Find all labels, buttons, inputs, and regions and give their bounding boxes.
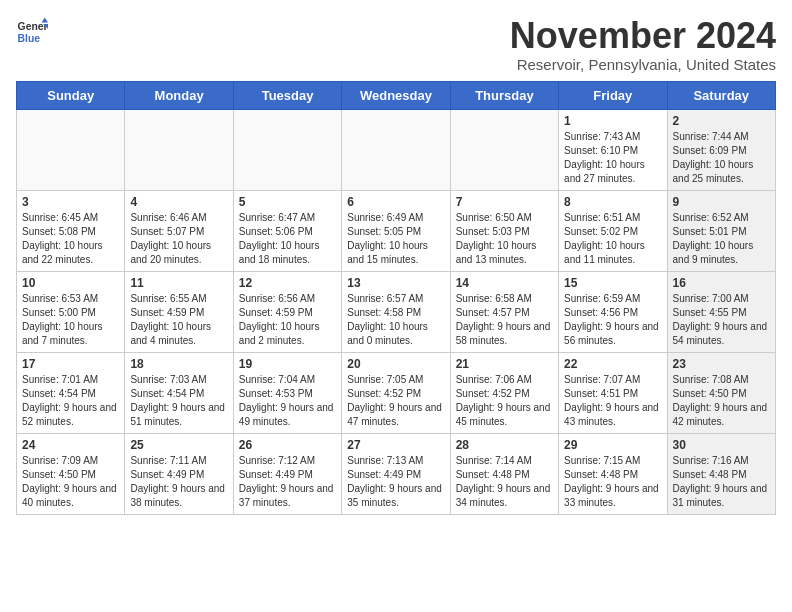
calendar-day-22: 22Sunrise: 7:07 AMSunset: 4:51 PMDayligh… — [559, 352, 667, 433]
day-info: Sunrise: 7:12 AMSunset: 4:49 PMDaylight:… — [239, 454, 336, 510]
calendar-empty-cell — [125, 109, 233, 190]
day-number: 4 — [130, 195, 227, 209]
title-block: November 2024 Reservoir, Pennsylvania, U… — [510, 16, 776, 73]
day-number: 28 — [456, 438, 553, 452]
calendar-day-21: 21Sunrise: 7:06 AMSunset: 4:52 PMDayligh… — [450, 352, 558, 433]
logo-icon: General Blue — [16, 16, 48, 48]
day-info: Sunrise: 6:56 AMSunset: 4:59 PMDaylight:… — [239, 292, 336, 348]
day-info: Sunrise: 7:06 AMSunset: 4:52 PMDaylight:… — [456, 373, 553, 429]
day-number: 25 — [130, 438, 227, 452]
day-info: Sunrise: 7:11 AMSunset: 4:49 PMDaylight:… — [130, 454, 227, 510]
calendar-day-25: 25Sunrise: 7:11 AMSunset: 4:49 PMDayligh… — [125, 433, 233, 514]
calendar-day-10: 10Sunrise: 6:53 AMSunset: 5:00 PMDayligh… — [17, 271, 125, 352]
calendar-week-row: 17Sunrise: 7:01 AMSunset: 4:54 PMDayligh… — [17, 352, 776, 433]
weekday-header-wednesday: Wednesday — [342, 81, 450, 109]
calendar-day-11: 11Sunrise: 6:55 AMSunset: 4:59 PMDayligh… — [125, 271, 233, 352]
day-number: 27 — [347, 438, 444, 452]
day-info: Sunrise: 7:09 AMSunset: 4:50 PMDaylight:… — [22, 454, 119, 510]
day-info: Sunrise: 7:44 AMSunset: 6:09 PMDaylight:… — [673, 130, 770, 186]
calendar-day-18: 18Sunrise: 7:03 AMSunset: 4:54 PMDayligh… — [125, 352, 233, 433]
weekday-header-thursday: Thursday — [450, 81, 558, 109]
day-number: 8 — [564, 195, 661, 209]
day-number: 13 — [347, 276, 444, 290]
calendar-week-row: 1Sunrise: 7:43 AMSunset: 6:10 PMDaylight… — [17, 109, 776, 190]
day-number: 21 — [456, 357, 553, 371]
weekday-header-tuesday: Tuesday — [233, 81, 341, 109]
svg-marker-2 — [42, 18, 48, 23]
calendar-week-row: 24Sunrise: 7:09 AMSunset: 4:50 PMDayligh… — [17, 433, 776, 514]
day-number: 12 — [239, 276, 336, 290]
svg-text:General: General — [18, 21, 48, 32]
calendar-day-5: 5Sunrise: 6:47 AMSunset: 5:06 PMDaylight… — [233, 190, 341, 271]
day-info: Sunrise: 7:03 AMSunset: 4:54 PMDaylight:… — [130, 373, 227, 429]
calendar: SundayMondayTuesdayWednesdayThursdayFrid… — [16, 81, 776, 515]
calendar-day-19: 19Sunrise: 7:04 AMSunset: 4:53 PMDayligh… — [233, 352, 341, 433]
day-info: Sunrise: 7:07 AMSunset: 4:51 PMDaylight:… — [564, 373, 661, 429]
calendar-week-row: 3Sunrise: 6:45 AMSunset: 5:08 PMDaylight… — [17, 190, 776, 271]
day-number: 16 — [673, 276, 770, 290]
calendar-empty-cell — [233, 109, 341, 190]
day-info: Sunrise: 7:00 AMSunset: 4:55 PMDaylight:… — [673, 292, 770, 348]
day-number: 6 — [347, 195, 444, 209]
weekday-header-monday: Monday — [125, 81, 233, 109]
day-info: Sunrise: 6:47 AMSunset: 5:06 PMDaylight:… — [239, 211, 336, 267]
day-info: Sunrise: 7:13 AMSunset: 4:49 PMDaylight:… — [347, 454, 444, 510]
day-number: 1 — [564, 114, 661, 128]
day-number: 14 — [456, 276, 553, 290]
calendar-day-28: 28Sunrise: 7:14 AMSunset: 4:48 PMDayligh… — [450, 433, 558, 514]
calendar-day-15: 15Sunrise: 6:59 AMSunset: 4:56 PMDayligh… — [559, 271, 667, 352]
day-info: Sunrise: 6:51 AMSunset: 5:02 PMDaylight:… — [564, 211, 661, 267]
calendar-day-4: 4Sunrise: 6:46 AMSunset: 5:07 PMDaylight… — [125, 190, 233, 271]
day-number: 3 — [22, 195, 119, 209]
calendar-day-14: 14Sunrise: 6:58 AMSunset: 4:57 PMDayligh… — [450, 271, 558, 352]
calendar-day-20: 20Sunrise: 7:05 AMSunset: 4:52 PMDayligh… — [342, 352, 450, 433]
day-number: 15 — [564, 276, 661, 290]
calendar-day-12: 12Sunrise: 6:56 AMSunset: 4:59 PMDayligh… — [233, 271, 341, 352]
calendar-day-16: 16Sunrise: 7:00 AMSunset: 4:55 PMDayligh… — [667, 271, 775, 352]
day-info: Sunrise: 6:50 AMSunset: 5:03 PMDaylight:… — [456, 211, 553, 267]
month-title: November 2024 — [510, 16, 776, 56]
weekday-header-saturday: Saturday — [667, 81, 775, 109]
day-info: Sunrise: 6:45 AMSunset: 5:08 PMDaylight:… — [22, 211, 119, 267]
calendar-day-1: 1Sunrise: 7:43 AMSunset: 6:10 PMDaylight… — [559, 109, 667, 190]
location: Reservoir, Pennsylvania, United States — [510, 56, 776, 73]
calendar-day-30: 30Sunrise: 7:16 AMSunset: 4:48 PMDayligh… — [667, 433, 775, 514]
calendar-day-17: 17Sunrise: 7:01 AMSunset: 4:54 PMDayligh… — [17, 352, 125, 433]
day-info: Sunrise: 7:16 AMSunset: 4:48 PMDaylight:… — [673, 454, 770, 510]
calendar-day-7: 7Sunrise: 6:50 AMSunset: 5:03 PMDaylight… — [450, 190, 558, 271]
calendar-day-13: 13Sunrise: 6:57 AMSunset: 4:58 PMDayligh… — [342, 271, 450, 352]
day-number: 24 — [22, 438, 119, 452]
day-info: Sunrise: 6:59 AMSunset: 4:56 PMDaylight:… — [564, 292, 661, 348]
day-number: 29 — [564, 438, 661, 452]
day-number: 26 — [239, 438, 336, 452]
day-number: 10 — [22, 276, 119, 290]
calendar-day-24: 24Sunrise: 7:09 AMSunset: 4:50 PMDayligh… — [17, 433, 125, 514]
header: General Blue November 2024 Reservoir, Pe… — [16, 16, 776, 73]
calendar-day-8: 8Sunrise: 6:51 AMSunset: 5:02 PMDaylight… — [559, 190, 667, 271]
day-number: 9 — [673, 195, 770, 209]
day-number: 30 — [673, 438, 770, 452]
calendar-day-27: 27Sunrise: 7:13 AMSunset: 4:49 PMDayligh… — [342, 433, 450, 514]
day-info: Sunrise: 6:53 AMSunset: 5:00 PMDaylight:… — [22, 292, 119, 348]
day-info: Sunrise: 6:49 AMSunset: 5:05 PMDaylight:… — [347, 211, 444, 267]
logo: General Blue — [16, 16, 48, 48]
calendar-empty-cell — [17, 109, 125, 190]
day-number: 5 — [239, 195, 336, 209]
calendar-day-3: 3Sunrise: 6:45 AMSunset: 5:08 PMDaylight… — [17, 190, 125, 271]
weekday-header-friday: Friday — [559, 81, 667, 109]
day-info: Sunrise: 7:15 AMSunset: 4:48 PMDaylight:… — [564, 454, 661, 510]
svg-text:Blue: Blue — [18, 33, 41, 44]
day-number: 17 — [22, 357, 119, 371]
day-info: Sunrise: 7:05 AMSunset: 4:52 PMDaylight:… — [347, 373, 444, 429]
weekday-header-sunday: Sunday — [17, 81, 125, 109]
day-info: Sunrise: 6:52 AMSunset: 5:01 PMDaylight:… — [673, 211, 770, 267]
day-info: Sunrise: 6:58 AMSunset: 4:57 PMDaylight:… — [456, 292, 553, 348]
calendar-day-9: 9Sunrise: 6:52 AMSunset: 5:01 PMDaylight… — [667, 190, 775, 271]
day-number: 23 — [673, 357, 770, 371]
day-number: 18 — [130, 357, 227, 371]
calendar-day-23: 23Sunrise: 7:08 AMSunset: 4:50 PMDayligh… — [667, 352, 775, 433]
day-number: 22 — [564, 357, 661, 371]
day-info: Sunrise: 6:57 AMSunset: 4:58 PMDaylight:… — [347, 292, 444, 348]
calendar-empty-cell — [342, 109, 450, 190]
day-info: Sunrise: 7:43 AMSunset: 6:10 PMDaylight:… — [564, 130, 661, 186]
